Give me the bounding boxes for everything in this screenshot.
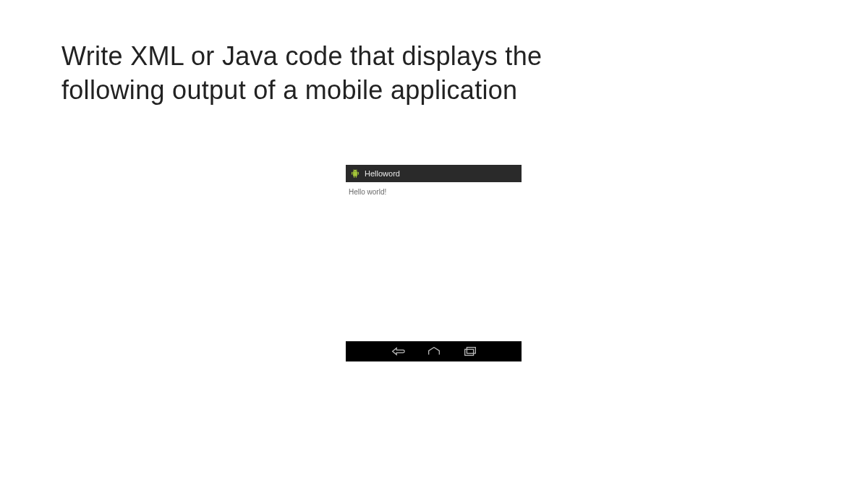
svg-rect-9 [464, 349, 473, 355]
home-icon[interactable] [426, 346, 442, 356]
svg-point-7 [354, 171, 354, 171]
android-app-icon [350, 168, 360, 179]
svg-rect-2 [358, 172, 359, 175]
action-bar: Helloword [346, 165, 522, 182]
device-frame: Helloword Hello world! [346, 165, 522, 361]
app-title: Helloword [365, 169, 400, 178]
recents-icon[interactable] [462, 346, 478, 356]
app-content: Hello world! [346, 182, 522, 341]
svg-line-5 [354, 169, 354, 170]
svg-rect-3 [354, 176, 354, 178]
question-line1: Write XML or Java code that displays the [61, 40, 542, 74]
question-line2: following output of a mobile application [61, 74, 542, 108]
svg-point-8 [356, 171, 357, 171]
svg-line-6 [356, 169, 357, 170]
question-text: Write XML or Java code that displays the… [61, 40, 542, 108]
body-text: Hello world! [349, 188, 386, 196]
svg-rect-1 [352, 172, 352, 175]
back-icon[interactable] [390, 346, 406, 356]
svg-rect-10 [467, 348, 475, 354]
navigation-bar [346, 341, 522, 361]
svg-rect-4 [356, 176, 357, 178]
svg-rect-0 [353, 172, 357, 176]
